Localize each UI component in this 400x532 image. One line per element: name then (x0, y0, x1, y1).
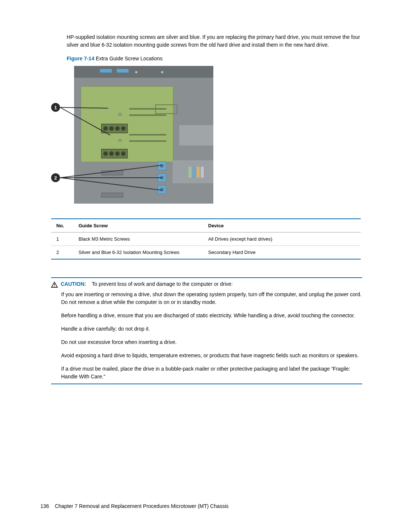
svg-point-1 (54, 286, 55, 287)
cell-no: 2 (51, 246, 73, 260)
col-no: No. (51, 219, 73, 232)
caution-icon (51, 282, 58, 288)
blue-screw-column (157, 161, 167, 198)
cell-no: 1 (51, 232, 73, 246)
table-row: 1 Black M3 Metric Screws All Drives (exc… (51, 232, 361, 246)
chassis-illustration (74, 66, 213, 204)
cell-screw: Silver and Blue 6-32 Isolation Mounting … (73, 246, 203, 260)
caution-intro-text: To prevent loss of work and damage to th… (92, 281, 233, 287)
cell-screw: Black M3 Metric Screws (73, 232, 203, 246)
caution-intro (87, 281, 91, 287)
figure-number: Figure 7-14 (67, 56, 94, 61)
figure-caption: Figure 7-14 Extra Guide Screw Locations (67, 56, 362, 61)
caution-p5: Avoid exposing a hard drive to liquids, … (61, 352, 362, 359)
caution-block: CAUTION: To prevent loss of work and dam… (51, 277, 362, 384)
cell-device: Secondary Hard Drive (203, 246, 361, 260)
intro-paragraph: HP-supplied isolation mounting screws ar… (67, 33, 362, 49)
upper-bay-area (81, 86, 173, 162)
table-row: 2 Silver and Blue 6-32 Isolation Mountin… (51, 246, 361, 260)
caution-p3: Handle a drive carefully; do not drop it… (61, 325, 362, 333)
caution-p6: If a drive must be mailed, place the dri… (61, 365, 362, 381)
caution-p1: If you are inserting or removing a drive… (61, 291, 362, 306)
chapter-title: Chapter 7 Removal and Replacement Proced… (55, 503, 229, 509)
screw-table: No. Guide Screw Device 1 Black M3 Metric… (51, 218, 361, 260)
figure-title-text: Extra Guide Screw Locations (96, 56, 163, 61)
callout-1: 1 (51, 103, 60, 112)
table-header-row: No. Guide Screw Device (51, 219, 361, 232)
callout-2: 2 (51, 173, 60, 182)
figure-image: 1 2 (51, 66, 213, 204)
col-screw: Guide Screw (73, 219, 203, 232)
caution-p2: Before handling a drive, ensure that you… (61, 312, 362, 319)
col-device: Device (203, 219, 361, 232)
screw-block-2 (101, 149, 128, 158)
page-footer: 136 Chapter 7 Removal and Replacement Pr… (40, 503, 229, 509)
page-number: 136 (40, 503, 49, 509)
cell-device: All Drives (except hard drives) (203, 232, 361, 246)
caution-p4: Do not use excessive force when insertin… (61, 338, 362, 346)
caution-label: CAUTION: (61, 281, 86, 287)
